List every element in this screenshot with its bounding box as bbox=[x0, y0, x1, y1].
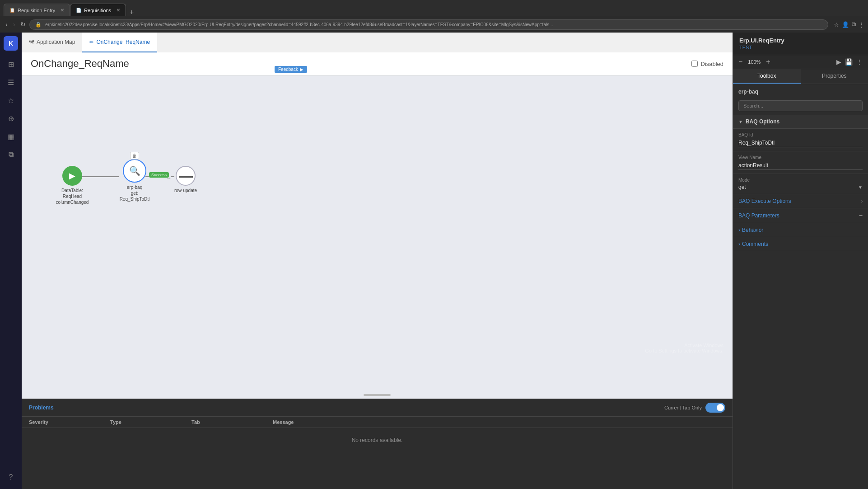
col-tab: Tab bbox=[191, 419, 273, 425]
zoom-in-button[interactable]: + bbox=[766, 58, 770, 66]
behavior-title: Behavior bbox=[742, 227, 763, 233]
tab-properties[interactable]: Properties bbox=[801, 69, 868, 84]
reload-button[interactable]: ↻ bbox=[19, 20, 28, 29]
tab-icon-1: 📋 bbox=[9, 8, 15, 13]
tab-application-map-label: Application Map bbox=[37, 39, 75, 45]
tab-bar: 🗺 Application Map ✏ OnChange_ReqName bbox=[22, 33, 733, 52]
right-panel-header: Erp.UI.ReqEntry TEST bbox=[733, 33, 868, 55]
right-panel-subtitle: TEST bbox=[739, 45, 862, 50]
more-options-button[interactable]: ⋮ bbox=[856, 58, 863, 66]
tab-onchange-reqname[interactable]: ✏ OnChange_ReqName bbox=[82, 33, 157, 52]
problems-title[interactable]: Problems bbox=[29, 404, 54, 411]
start-node-circle: ▶ bbox=[62, 166, 82, 186]
sidebar-menu-icon[interactable]: ☰ bbox=[3, 74, 19, 90]
behavior-section[interactable]: › Behavior bbox=[733, 223, 868, 237]
zoom-value: 100% bbox=[746, 59, 762, 65]
panel-toolbar-icons: ▶ 💾 ⋮ bbox=[836, 58, 863, 66]
designer-area: OnChange_ReqName Disabled bbox=[22, 52, 733, 489]
sidebar-home-icon[interactable]: ⊞ bbox=[3, 56, 19, 72]
extensions-icon[interactable]: ⧉ bbox=[852, 21, 856, 28]
connector-arrow: → bbox=[166, 175, 172, 181]
baq-execute-options-section[interactable]: BAQ Execute Options › bbox=[733, 194, 868, 208]
tab-application-map[interactable]: 🗺 Application Map bbox=[22, 33, 82, 52]
disabled-control: Disabled bbox=[691, 61, 723, 67]
disabled-label: Disabled bbox=[700, 61, 723, 67]
add-tab-button[interactable]: + bbox=[126, 8, 137, 16]
sidebar-grid-icon[interactable]: ▦ bbox=[3, 128, 19, 145]
erp-baq-circle[interactable]: 🔍 bbox=[123, 159, 146, 183]
erp-baq-node[interactable]: 🗑 🔍 erp-baqget: Req_ShipToDtl bbox=[117, 159, 153, 202]
browser-nav: ‹ › ↻ 🔒 erpkinetic2022dev.precise.local/… bbox=[0, 16, 868, 33]
baq-execute-options-title: BAQ Execute Options bbox=[738, 198, 791, 204]
baq-options-section[interactable]: ▼ BAQ Options bbox=[733, 115, 868, 129]
designer-header: OnChange_ReqName Disabled bbox=[22, 52, 733, 75]
current-tab-only-control: Current Tab Only bbox=[664, 403, 725, 413]
comments-section[interactable]: › Comments bbox=[733, 237, 868, 251]
zoom-out-button[interactable]: − bbox=[738, 58, 742, 66]
browser-tab-1[interactable]: 📋 Requisition Entry ✕ bbox=[4, 4, 70, 16]
profile-icon[interactable]: 👤 bbox=[842, 21, 849, 28]
baq-id-input[interactable] bbox=[738, 139, 863, 147]
bookmark-icon[interactable]: ☆ bbox=[834, 21, 839, 28]
tab-close-2[interactable]: ✕ bbox=[117, 8, 120, 13]
flow-connectors-svg bbox=[22, 75, 733, 399]
sidebar-puzzle-icon[interactable]: ⧉ bbox=[3, 146, 19, 163]
tab-edit-icon: ✏ bbox=[89, 39, 93, 45]
view-name-input[interactable] bbox=[738, 161, 863, 170]
current-tab-only-label: Current Tab Only bbox=[664, 405, 702, 410]
lock-icon: 🔒 bbox=[35, 22, 42, 28]
main-content: Feedback ▶ 🗺 Application Map ✏ OnChange_… bbox=[22, 33, 733, 489]
zoom-controls: − 100% + bbox=[738, 58, 770, 66]
address-bar[interactable]: 🔒 erpkinetic2022dev.precise.local/Kineti… bbox=[29, 19, 828, 30]
mode-select[interactable]: get ▼ bbox=[738, 184, 863, 190]
problems-table-header: Severity Type Tab Message bbox=[22, 417, 733, 428]
tab-label-2: Requisitions bbox=[84, 8, 111, 13]
canvas-area[interactable]: ▶ DataTable: ReqHead columnChanged 🗑 🔍 e… bbox=[22, 75, 733, 399]
tab-close-1[interactable]: ✕ bbox=[61, 8, 64, 13]
app-logo: K bbox=[4, 36, 18, 51]
forward-button[interactable]: › bbox=[11, 20, 17, 29]
row-update-circle[interactable]: ▬▬▬ bbox=[176, 166, 196, 186]
baq-id-label: BAQ Id bbox=[738, 132, 863, 137]
activate-windows-title: Activate Windows bbox=[645, 343, 723, 348]
panel-content: erp-baq ▼ BAQ Options BAQ Id View Name bbox=[733, 84, 868, 489]
resize-handle[interactable] bbox=[364, 394, 391, 396]
problems-header: Problems Current Tab Only bbox=[22, 399, 733, 417]
right-panel-toolbar: − 100% + ▶ 💾 ⋮ bbox=[733, 55, 868, 69]
baq-id-field: BAQ Id bbox=[733, 129, 868, 151]
baq-parameters-section[interactable]: BAQ Parameters − bbox=[733, 208, 868, 223]
current-tab-toggle[interactable] bbox=[705, 403, 725, 413]
save-button[interactable]: 💾 bbox=[845, 58, 853, 66]
activate-windows-subtitle: Go to Settings to activate Windows. bbox=[645, 348, 723, 353]
toggle-slider bbox=[705, 403, 725, 413]
back-button[interactable]: ‹ bbox=[4, 20, 9, 29]
col-severity: Severity bbox=[29, 419, 110, 425]
baq-execute-options-arrow-icon: › bbox=[861, 199, 863, 204]
sidebar-favorites-icon[interactable]: ☆ bbox=[3, 92, 19, 108]
mode-value: get bbox=[738, 184, 746, 190]
play-button[interactable]: ▶ bbox=[836, 58, 841, 66]
search-input[interactable] bbox=[738, 100, 863, 111]
view-name-label: View Name bbox=[738, 155, 863, 160]
mode-field: Mode get ▼ bbox=[733, 174, 868, 194]
tab-toolbox[interactable]: Toolbox bbox=[733, 69, 801, 84]
search-box bbox=[738, 100, 863, 111]
delete-node-button[interactable]: 🗑 bbox=[130, 152, 139, 160]
disabled-checkbox[interactable] bbox=[691, 61, 698, 67]
canvas-inner: ▶ DataTable: ReqHead columnChanged 🗑 🔍 e… bbox=[22, 75, 733, 399]
sidebar-help-icon[interactable]: ? bbox=[3, 469, 19, 485]
tab-label-1: Requisition Entry bbox=[18, 8, 55, 13]
right-panel-title: Erp.UI.ReqEntry bbox=[739, 37, 862, 44]
browser-tab-2[interactable]: 📄 Requisitions ✕ bbox=[70, 4, 126, 16]
row-update-node[interactable]: ▬▬▬ row-update bbox=[174, 166, 197, 193]
baq-parameters-collapse-icon: − bbox=[859, 212, 863, 219]
erp-baq-wrapper: 🗑 🔍 bbox=[123, 159, 146, 183]
settings-icon[interactable]: ⋮ bbox=[859, 21, 864, 28]
feedback-badge[interactable]: Feedback ▶ bbox=[275, 66, 307, 73]
erp-baq-node-label: erp-baqget: Req_ShipToDtl bbox=[117, 184, 153, 202]
mode-label: Mode bbox=[738, 178, 863, 183]
panel-tabs: Toolbox Properties bbox=[733, 69, 868, 84]
sidebar-layers-icon[interactable]: ⊕ bbox=[3, 110, 19, 127]
problems-panel: Problems Current Tab Only Severity Type … bbox=[22, 399, 733, 489]
erp-baq-section-label: erp-baq bbox=[733, 84, 868, 97]
